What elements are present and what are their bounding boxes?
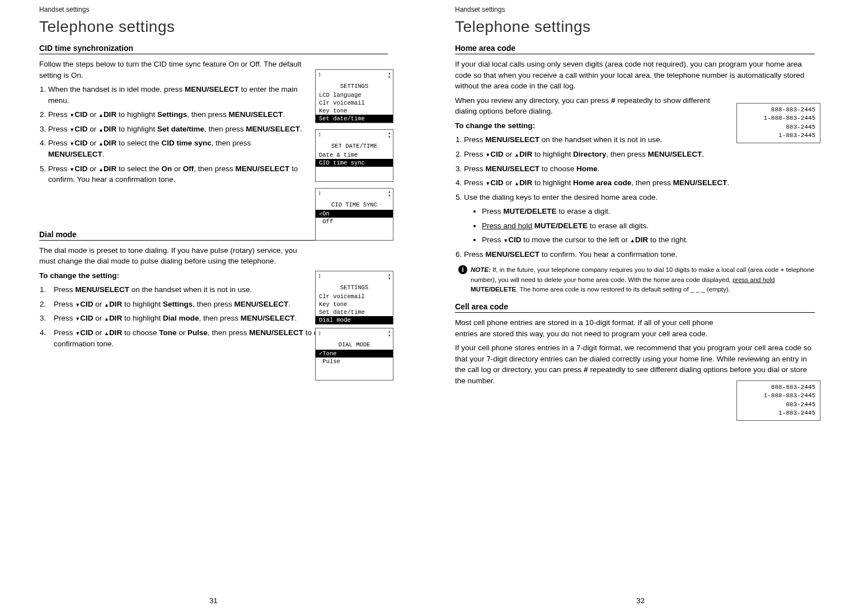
page-title: Telephone settings bbox=[39, 18, 388, 36]
dial-line: 1-888-883-2445 bbox=[742, 392, 815, 400]
step: Press CID or DIR to highlight Home area … bbox=[464, 177, 815, 189]
dial-options-box: 888-883-2445 1-888-883-2445 883-2445 1-8… bbox=[736, 103, 820, 143]
lcd-row: Date & time bbox=[316, 151, 393, 159]
dial-options-box-cell: 888-883-2445 1-888-883-2445 883-2445 1-8… bbox=[736, 380, 820, 421]
up-triangle-icon bbox=[104, 300, 109, 308]
lcd-title: DIAL MODE bbox=[316, 340, 393, 350]
lcd-dial-mode: DIAL MODE ✓Tone Pulse bbox=[315, 328, 393, 380]
battery-icon bbox=[318, 71, 321, 81]
note-block: i NOTE: If, in the future, your telephon… bbox=[471, 265, 815, 294]
down-triangle-icon bbox=[75, 300, 80, 308]
dial-line: 1-883-2445 bbox=[742, 131, 815, 140]
page-right: Handset settings Telephone settings Home… bbox=[427, 0, 854, 616]
scroll-arrows-icon bbox=[388, 330, 391, 340]
lcd-row: Pulse bbox=[316, 358, 393, 365]
steps-home-cont: Press MENU/SELECT to confirm. You hear a… bbox=[464, 249, 815, 260]
up-triangle-icon bbox=[514, 150, 519, 158]
lcd-row: Set date/time bbox=[316, 308, 393, 316]
scroll-arrows-icon bbox=[388, 71, 391, 81]
lcd-row: Key tone bbox=[316, 107, 393, 115]
up-triangle-icon bbox=[98, 139, 104, 147]
bullet: Press MUTE/DELETE to erase a digit. bbox=[482, 206, 815, 217]
down-triangle-icon bbox=[485, 178, 490, 187]
dial-line: 888-883-2445 bbox=[742, 106, 815, 114]
breadcrumb: Handset settings bbox=[39, 6, 388, 13]
up-triangle-icon bbox=[98, 164, 104, 173]
section-heading-cell: Cell area code bbox=[455, 302, 815, 313]
bullet: Press and hold MUTE/DELETE to erase all … bbox=[482, 220, 815, 232]
up-triangle-icon bbox=[514, 178, 519, 187]
step: Press MENU/SELECT to confirm. You hear a… bbox=[464, 249, 815, 260]
lcd-row: Key tone bbox=[316, 300, 393, 308]
down-triangle-icon bbox=[75, 314, 80, 322]
dial-line: 883-2445 bbox=[742, 401, 815, 409]
up-triangle-icon bbox=[630, 236, 635, 244]
scroll-arrows-icon bbox=[388, 272, 391, 283]
lcd-row-selected: CID time sync bbox=[316, 159, 393, 167]
lcd-title: CID TIME SYNC bbox=[316, 200, 393, 210]
lcd-row: LCD language bbox=[316, 91, 393, 99]
up-triangle-icon bbox=[98, 125, 104, 133]
section-heading-home: Home area code bbox=[455, 44, 815, 54]
scroll-arrows-icon bbox=[388, 131, 391, 141]
lcd-cid-time-sync: CID TIME SYNC ✓On Off bbox=[315, 188, 393, 241]
breadcrumb: Handset settings bbox=[455, 6, 815, 13]
battery-icon bbox=[318, 190, 321, 200]
lcd-row-selected: ✓Tone bbox=[316, 350, 393, 358]
lcd-row-selected: Dial mode bbox=[316, 316, 393, 324]
lcd-row: Clr voicemail bbox=[316, 99, 393, 107]
lcd-row: Off bbox=[316, 218, 393, 225]
down-triangle-icon bbox=[485, 150, 490, 158]
battery-icon bbox=[318, 131, 321, 141]
lcd-row: Clr voicemail bbox=[316, 293, 393, 300]
down-triangle-icon bbox=[69, 164, 74, 173]
page-number: 32 bbox=[636, 596, 644, 605]
lcd-settings: SETTINGS LCD language Clr voicemail Key … bbox=[315, 69, 393, 123]
down-triangle-icon bbox=[69, 110, 74, 119]
dial-line: 1-888-883-2445 bbox=[742, 114, 815, 123]
bullet: Press CID to move the cursor to the left… bbox=[482, 234, 815, 246]
home-paragraph-1: If your dial local calls using only seve… bbox=[455, 59, 815, 92]
down-triangle-icon bbox=[503, 236, 508, 244]
step: Press CID or DIR to highlight Directory,… bbox=[464, 149, 815, 160]
up-triangle-icon bbox=[104, 314, 109, 322]
cell-paragraph-2: If your cell phone stores entries in a 7… bbox=[455, 342, 815, 386]
battery-icon bbox=[318, 330, 321, 340]
down-triangle-icon bbox=[69, 125, 74, 133]
steps-home: Press MENU/SELECT on the handset when it… bbox=[464, 134, 815, 203]
dial-paragraph: The dial mode is preset to tone dialing.… bbox=[39, 245, 388, 267]
lcd-row-selected: ✓On bbox=[316, 210, 393, 218]
step: Use the dialing keys to enter the desire… bbox=[464, 192, 815, 203]
up-triangle-icon bbox=[98, 110, 104, 119]
step: Press MENU/SELECT to choose Home. bbox=[464, 163, 815, 175]
sub-bullets: Press MUTE/DELETE to erase a digit. Pres… bbox=[482, 206, 815, 246]
battery-icon bbox=[318, 272, 321, 283]
down-triangle-icon bbox=[75, 328, 80, 337]
info-icon: i bbox=[458, 265, 467, 274]
section-heading-cid: CID time synchronization bbox=[39, 44, 388, 54]
lcd-settings-dial: SETTINGS Clr voicemail Key tone Set date… bbox=[315, 271, 393, 325]
scroll-arrows-icon bbox=[388, 190, 391, 200]
cell-paragraph-1: Most cell phone entries are stored in a … bbox=[455, 317, 815, 339]
page-number: 31 bbox=[209, 596, 217, 605]
up-triangle-icon bbox=[104, 328, 109, 337]
lcd-title: SETTINGS bbox=[316, 283, 393, 293]
lcd-title: SETTINGS bbox=[316, 81, 393, 91]
page-title: Telephone settings bbox=[455, 18, 815, 36]
dial-line: 888-883-2445 bbox=[742, 383, 815, 392]
lcd-title: SET DATE/TIME bbox=[316, 141, 393, 151]
dial-line: 1-883-2445 bbox=[742, 409, 815, 417]
dial-line: 883-2445 bbox=[742, 123, 815, 131]
page-left: Handset settings Telephone settings CID … bbox=[0, 0, 427, 616]
lcd-set-date-time: SET DATE/TIME Date & time CID time sync bbox=[315, 129, 393, 182]
down-triangle-icon bbox=[69, 139, 74, 147]
lcd-row-selected: Set date/time bbox=[316, 115, 393, 123]
